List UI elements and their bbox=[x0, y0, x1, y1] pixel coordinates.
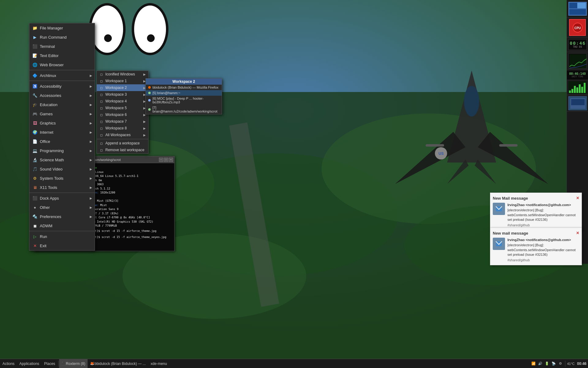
scrot-dot bbox=[148, 108, 151, 111]
unit-label: UNIT TIME bbox=[572, 75, 583, 78]
menu-item-science-math[interactable]: 🔬 Science Math ▶ bbox=[29, 155, 95, 164]
ws-menu-ws2[interactable]: ◻ Workspace 2 ▶ bbox=[97, 84, 148, 91]
tray-bluetooth[interactable]: 📡 bbox=[551, 361, 556, 366]
ws2-item-bash[interactable]: [5] brian@hamm:~ bbox=[146, 90, 222, 96]
svg-rect-31 bbox=[584, 83, 586, 93]
terminal-btn-4[interactable]: − bbox=[159, 158, 163, 162]
menu-item-web-browser[interactable]: 🌐 Web Browser bbox=[29, 60, 95, 69]
ws-arrow-icon: ▶ bbox=[143, 73, 146, 76]
ws-menu-ws1[interactable]: ◻ Workspace 1 ▶ bbox=[97, 78, 148, 84]
menu-item-dock-apps[interactable]: ⬛ Dock Apps ▶ bbox=[29, 194, 95, 203]
terminal-icon: ⬛ bbox=[32, 43, 38, 49]
taskbar-applications[interactable]: Applications bbox=[17, 359, 42, 368]
ws-menu-remove[interactable]: ◻ Remove last workspace bbox=[97, 147, 148, 153]
ws-menu-ws5[interactable]: ◻ Workspace 5 ▶ bbox=[97, 105, 148, 111]
ws-menu-ws4[interactable]: ◻ Workspace 4 ▶ bbox=[97, 98, 148, 105]
menu-item-run[interactable]: ▷ Run bbox=[29, 232, 95, 241]
menu-item-file-manager[interactable]: 📁 File Manager bbox=[29, 23, 95, 33]
programming-icon: 💻 bbox=[32, 148, 38, 154]
tray-network[interactable]: 📶 bbox=[531, 361, 536, 366]
menu-item-system-tools[interactable]: ⚙ System Tools ▶ bbox=[29, 174, 95, 183]
all-arrow: ▶ bbox=[143, 133, 146, 137]
ws-menu-ws8[interactable]: ◻ Workspace 8 ▶ bbox=[97, 125, 148, 132]
pager-cell-1[interactable] bbox=[569, 3, 578, 8]
ws2-item-firefox[interactable]: bbidulock (Brian Bidulock) — Mozilla Fir… bbox=[146, 85, 222, 90]
menu-item-x11-tools[interactable]: 🖥 X11 Tools ▶ bbox=[29, 183, 95, 192]
svg-rect-29 bbox=[579, 84, 581, 93]
app-menu: 📁 File Manager ▶ Run Command ⬛ Terminal … bbox=[29, 23, 95, 251]
arrow-icon-6: ▶ bbox=[90, 121, 92, 125]
notif2-content: IrvingZhao <notifications@github.com> [e… bbox=[493, 238, 579, 263]
workspace2-header: Workspace 2 bbox=[146, 79, 222, 85]
menu-item-programming[interactable]: 💻 Programming ▶ bbox=[29, 146, 95, 155]
menu-item-internet[interactable]: 🌍 Internet ▶ bbox=[29, 128, 95, 137]
svg-rect-26 bbox=[571, 89, 573, 93]
workspace2-submenu: Workspace 2 bbidulock (Brian Bidulock) —… bbox=[145, 78, 222, 114]
thumb-display bbox=[568, 96, 587, 110]
taskbar-firefox[interactable]: 🦊 bbidulock (Brian Bidulock) — ... bbox=[88, 359, 148, 368]
taskbar-right: 📶 🔊 🔋 📡 ⚙ 41°C 00:46 bbox=[531, 361, 588, 367]
tray-volume[interactable]: 🔊 bbox=[537, 361, 543, 366]
notif1-avatar bbox=[493, 203, 505, 215]
clock-display: 00:46 THU 09 bbox=[568, 39, 587, 50]
notif2-text: IrvingZhao <notifications@github.com> [e… bbox=[507, 238, 579, 263]
folder-icon: 📁 bbox=[32, 25, 38, 31]
run2-icon: ▷ bbox=[32, 233, 38, 240]
arrow-icon: ▶ bbox=[90, 74, 92, 77]
ws2-item-moc[interactable]: [6] MOC [play] - Deep P ... hooter-bo39U… bbox=[146, 96, 222, 105]
ws2-item-scrot[interactable]: [7] brian@hamm:/u2/code/adwm/working/scr… bbox=[146, 105, 222, 114]
menu-item-education[interactable]: 🎓 Education ▶ bbox=[29, 100, 95, 109]
internet-icon: 🌍 bbox=[32, 129, 38, 135]
clock-widget-2: 00:46:140 UNIT TIME bbox=[567, 70, 588, 80]
menu-item-terminal[interactable]: ⬛ Terminal bbox=[29, 42, 95, 51]
arrow-icon-9: ▶ bbox=[90, 149, 92, 152]
arrow-icon-5: ▶ bbox=[90, 112, 92, 116]
menu-item-exit[interactable]: ✕ Exit bbox=[29, 241, 95, 250]
notif2-header: New mail message × bbox=[493, 230, 579, 236]
load-display bbox=[568, 53, 587, 69]
ws6-icon: ◻ bbox=[99, 113, 104, 117]
ws-menu-all[interactable]: ◻ All Workspaces ▶ bbox=[97, 132, 148, 138]
menu-item-accessories[interactable]: 🔧 Accessories ▶ bbox=[29, 91, 95, 100]
tray-settings[interactable]: ⚙ bbox=[558, 361, 563, 366]
pager-cell-2[interactable] bbox=[577, 3, 586, 8]
ws-menu-ws6[interactable]: ◻ Workspace 6 ▶ bbox=[97, 111, 148, 118]
notif1-close-button[interactable]: × bbox=[576, 195, 579, 201]
ws-menu-append[interactable]: ◻ Append a workspace bbox=[97, 140, 148, 147]
pager-cell-4[interactable] bbox=[577, 9, 586, 15]
terminal-btn-5[interactable]: □ bbox=[164, 158, 168, 162]
terminal-btn-6[interactable]: × bbox=[169, 158, 173, 162]
exit-icon: ✕ bbox=[32, 243, 38, 249]
load-graph bbox=[569, 54, 586, 68]
pager-widget bbox=[567, 0, 588, 18]
taskbar-xde-menu[interactable]: xde-menu bbox=[148, 359, 169, 368]
education-icon: 🎓 bbox=[32, 102, 38, 108]
taskbar-actions[interactable]: Actions bbox=[0, 359, 17, 368]
menu-item-graphics[interactable]: 🖼 Graphics ▶ bbox=[29, 118, 95, 128]
menu-item-adwm[interactable]: ◼ ADWM bbox=[29, 221, 95, 230]
ws-menu-ws3[interactable]: ◻ Workspace 3 ▶ bbox=[97, 91, 148, 98]
clock-time: 00:46 bbox=[570, 41, 585, 46]
notif2-close-button[interactable]: × bbox=[576, 230, 579, 236]
menu-item-accessibility[interactable]: ♿ Accessibility ▶ bbox=[29, 82, 95, 91]
pager-cell-3[interactable] bbox=[569, 9, 578, 15]
svg-rect-27 bbox=[574, 86, 576, 93]
tray-battery[interactable]: 🔋 bbox=[544, 361, 550, 366]
accessibility-icon: ♿ bbox=[32, 83, 38, 89]
ws-menu-ws7[interactable]: ◻ Workspace 7 ▶ bbox=[97, 118, 148, 125]
ws-menu-iconified[interactable]: ◻ Iconified Windows ▶ bbox=[97, 71, 148, 78]
menu-item-other[interactable]: ● Other ▶ bbox=[29, 203, 95, 212]
taskbar-places[interactable]: Places bbox=[42, 359, 58, 368]
menu-item-run-command[interactable]: ▶ Run Command bbox=[29, 33, 95, 42]
dock-icon: ⬛ bbox=[32, 195, 38, 201]
taskbar-roxterm[interactable]: ⬛ Roxterm (8) bbox=[59, 359, 88, 368]
load-widget bbox=[567, 52, 588, 70]
menu-item-office[interactable]: 📄 Office ▶ bbox=[29, 137, 95, 146]
menu-item-sound-video[interactable]: 🎵 Sound Video ▶ bbox=[29, 164, 95, 174]
menu-item-archlinux[interactable]: 🔷 Archlinux ▶ bbox=[29, 71, 95, 80]
iconified-icon: ◻ bbox=[99, 72, 104, 76]
menu-item-games[interactable]: 🎮 Games ▶ bbox=[29, 109, 95, 118]
menu-item-preferences[interactable]: 🔩 Preferences ▶ bbox=[29, 212, 95, 221]
menu-item-text-editor[interactable]: 📝 Text Editor bbox=[29, 51, 95, 60]
ws8-icon: ◻ bbox=[99, 126, 104, 130]
